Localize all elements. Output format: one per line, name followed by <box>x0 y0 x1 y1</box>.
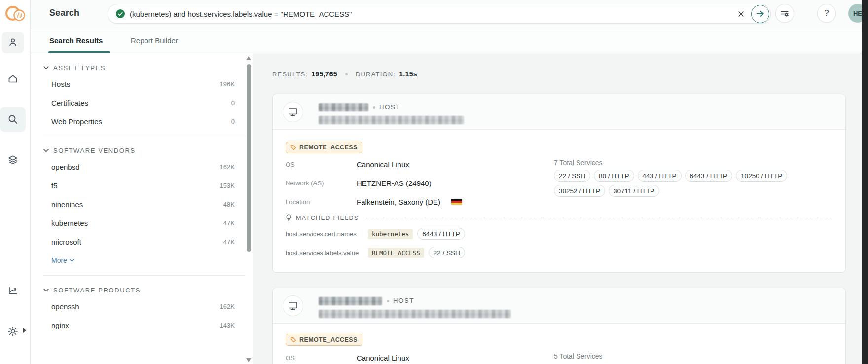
duration-label: DURATION: <box>356 71 396 78</box>
question-mark-icon: ? <box>824 8 829 18</box>
service-chip[interactable]: 443 / HTTP <box>638 170 682 182</box>
asset-type-label: HOST <box>393 297 414 304</box>
dashed-divider <box>366 218 832 218</box>
service-chip[interactable]: 30711 / HTTP <box>609 185 659 197</box>
total-services-label: 7 Total Services <box>554 159 603 167</box>
scroll-up-arrow-icon[interactable] <box>246 56 251 60</box>
service-chip[interactable]: 80 / HTTP <box>594 170 634 182</box>
matched-value-highlight: kubernetes <box>368 229 413 239</box>
service-chip[interactable]: 22 / SSH <box>429 247 465 258</box>
results-label: RESULTS: <box>272 71 308 78</box>
tab-report-builder[interactable]: Report Builder <box>131 28 178 53</box>
help-button[interactable]: ? <box>817 4 836 23</box>
more-link[interactable]: More <box>31 251 253 270</box>
sidebar-item-account[interactable] <box>2 32 24 53</box>
facet-item-label: microsoft <box>51 238 81 246</box>
facet-item-microsoft[interactable]: microsoft47K <box>31 232 253 251</box>
facet-item-web-properties[interactable]: Web Properties0 <box>31 112 253 131</box>
home-icon <box>7 73 18 84</box>
search-input[interactable] <box>130 10 733 18</box>
facet-item-openssh[interactable]: openssh162K <box>31 297 253 316</box>
scrollbar-thumb[interactable] <box>247 64 251 252</box>
service-chip[interactable]: 10250 / HTTP <box>736 170 787 182</box>
facet-item-count: 196K <box>220 80 235 88</box>
run-search-button[interactable] <box>751 5 769 23</box>
field-row-os: OS Canonical Linux <box>286 159 409 169</box>
service-chip[interactable]: 30252 / HTTP <box>554 185 605 197</box>
service-chip[interactable]: 6443 / HTTP <box>685 170 733 182</box>
matched-value-highlight: REMOTE_ACCESS <box>368 248 424 258</box>
facet-section-header[interactable]: SOFTWARE PRODUCTS <box>31 284 253 297</box>
matched-field-row: host.services.labels.valueREMOTE_ACCESS2… <box>286 246 465 259</box>
facet-item-count: 143K <box>220 322 235 329</box>
service-chip[interactable]: 22 / SSH <box>554 170 590 182</box>
facet-section-header[interactable]: SOFTWARE VENDORS <box>31 144 253 157</box>
redacted-host-name <box>319 116 464 124</box>
separator-dot <box>373 106 375 109</box>
duration-value: 1.15s <box>399 70 417 78</box>
facet-section-title: ASSET TYPES <box>53 64 106 72</box>
facet-item-ninenines[interactable]: ninenines48K <box>31 195 253 214</box>
facet-item-count: 47K <box>223 219 235 227</box>
tag-icon <box>290 337 296 343</box>
redacted-host-ip <box>319 103 368 111</box>
facet-item-hosts[interactable]: Hosts196K <box>31 74 253 93</box>
label-tag-remote-access[interactable]: REMOTE_ACCESS <box>286 142 362 153</box>
facet-item-label: openssh <box>51 302 79 311</box>
lightbulb-icon <box>286 214 292 222</box>
settings-expand-arrow-icon[interactable] <box>23 328 27 333</box>
scroll-down-arrow-icon[interactable] <box>246 358 251 362</box>
host-result-card[interactable]: HOST REMOTE_ACCESS OS Canonical Linux 5 … <box>272 288 846 364</box>
facet-panel: ASSET TYPESHosts196KCertificates0Web Pro… <box>31 53 253 364</box>
facet-item-kubernetes[interactable]: kubernetes47K <box>31 214 253 232</box>
redacted-host-name <box>319 310 511 318</box>
facet-item-label: ninenines <box>51 200 83 209</box>
redacted-host-ip <box>319 297 382 305</box>
facet-item-certificates[interactable]: Certificates0 <box>31 93 253 112</box>
facet-item-count: 162K <box>220 163 235 171</box>
total-services-label: 5 Total Services <box>554 352 603 360</box>
sidebar-item-home[interactable] <box>2 68 24 90</box>
results-summary: RESULTS: 195,765 DURATION: 1.15s <box>272 70 417 78</box>
matched-field-name: host.services.labels.value <box>286 249 363 256</box>
field-row-network: Network (AS) HETZNER-AS (24940) <box>286 178 432 188</box>
facet-section: SOFTWARE PRODUCTSopenssh162Knginx143K <box>31 276 253 334</box>
facet-item-f5[interactable]: f5153K <box>31 176 253 195</box>
layers-icon <box>7 154 18 165</box>
app-window: Search ? <box>0 0 868 364</box>
censys-logo-icon[interactable] <box>3 2 26 25</box>
results-area: RESULTS: 195,765 DURATION: 1.15s HOST <box>253 53 862 364</box>
facet-section-title: SOFTWARE PRODUCTS <box>53 287 141 294</box>
active-tab-underline <box>48 51 110 53</box>
top-bar: Search ? <box>31 0 862 28</box>
chevron-down-icon <box>43 149 49 152</box>
host-result-card[interactable]: HOST REMOTE_ACCESS OS Canonical Linux Ne… <box>272 94 846 273</box>
facet-item-label: nginx <box>51 321 69 329</box>
facet-section-header[interactable]: ASSET TYPES <box>31 61 253 74</box>
query-settings-button[interactable] <box>775 4 794 23</box>
settings-gear-icon <box>7 326 19 337</box>
facet-item-label: openbsd <box>51 163 80 171</box>
sidebar-item-settings[interactable] <box>2 321 24 342</box>
germany-flag-icon <box>451 199 462 205</box>
sidebar-item-reports[interactable] <box>2 280 24 301</box>
facet-scrollbar <box>245 53 253 364</box>
sidebar-item-datasets[interactable] <box>2 149 24 171</box>
facet-item-count: 153K <box>220 182 235 189</box>
sidebar-item-search[interactable] <box>0 107 26 132</box>
user-icon <box>7 37 18 48</box>
tag-icon <box>290 145 296 150</box>
facet-item-openbsd[interactable]: openbsd162K <box>31 157 253 176</box>
facet-item-nginx[interactable]: nginx143K <box>31 316 253 334</box>
facet-section: ASSET TYPESHosts196KCertificates0Web Pro… <box>31 53 253 131</box>
more-link-label: More <box>51 256 67 264</box>
facet-item-count: 0 <box>231 118 235 125</box>
tab-search-results[interactable]: Search Results <box>49 28 103 53</box>
label-tag-remote-access[interactable]: REMOTE_ACCESS <box>286 334 362 346</box>
service-chip[interactable]: 6443 / HTTP <box>417 228 465 240</box>
asset-type-label: HOST <box>379 103 400 110</box>
clear-query-icon[interactable] <box>733 6 748 21</box>
filter-gear-icon <box>780 8 790 18</box>
chart-icon <box>7 285 18 296</box>
facet-item-count: 162K <box>220 303 235 310</box>
